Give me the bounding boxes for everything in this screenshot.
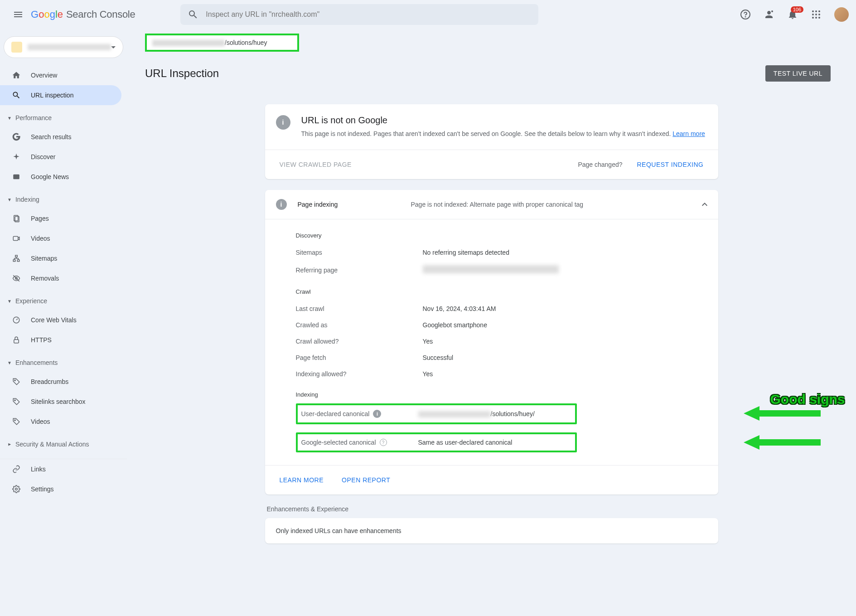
apps-icon [811,9,822,20]
header-actions: 106 [736,5,849,24]
annotation-good-signs: Good signs [770,392,845,407]
svg-point-11 [815,17,817,19]
sitemaps-label: Sitemaps [296,249,423,256]
nav-section-performance[interactable]: ▼Performance [0,109,127,127]
info-icon: i [276,199,287,210]
inspected-url-box: /solutions/huey [145,34,299,52]
indexing-allowed-value: Yes [423,370,433,378]
view-crawled-page-button[interactable]: VIEW CRAWLED PAGE [276,157,355,172]
indexing-allowed-label: Indexing allowed? [296,370,423,378]
property-name-redacted [28,44,111,50]
tag-icon [11,396,22,407]
nav-overview[interactable]: Overview [0,65,121,85]
google-canonical-label: Google-selected canonical? [301,439,418,446]
chevron-down-icon [111,46,116,49]
info-icon[interactable]: i [373,410,381,418]
annotation-arrow [744,433,821,451]
link-icon [11,464,22,475]
nav-label: Sitelinks searchbox [31,398,86,405]
users-button[interactable] [760,5,778,24]
nav-discover[interactable]: Discover [0,147,121,167]
nav-settings[interactable]: Settings [0,479,121,499]
sitemaps-value: No referring sitemaps detected [423,249,509,256]
nav-label: Links [31,466,46,473]
help-icon [740,9,751,20]
nav-label: HTTPS [31,336,52,344]
user-canonical-highlight: User-declared canonicali /solutions/huey… [296,403,577,424]
svg-text:Google: Google [31,9,63,20]
nav-label: Breadcrumbs [31,378,68,385]
nav-videos-enh[interactable]: Videos [0,412,121,432]
crawled-as-label: Crawled as [296,321,423,329]
learn-more-link[interactable]: Learn more [672,130,705,137]
menu-button[interactable] [7,4,29,25]
nav-label: Pages [31,215,49,222]
nav-label: Core Web Vitals [31,316,77,324]
page-indexing-card: i Page indexing Page is not indexed: Alt… [265,190,718,495]
eye-off-icon [11,273,22,284]
gauge-icon [11,315,22,325]
nav-section-security[interactable]: ▼Security & Manual Actions [0,435,127,453]
video-icon [11,233,22,244]
nav-pages[interactable]: Pages [0,209,121,228]
nav-section-indexing[interactable]: ▼Indexing [0,190,127,209]
svg-point-4 [812,10,814,12]
google-logo-icon: Google [31,9,64,20]
avatar[interactable] [834,7,849,22]
logo[interactable]: Google Search Console [31,9,135,20]
property-icon [11,42,22,53]
help-icon[interactable]: ? [380,439,387,446]
annotation-arrow [744,404,821,422]
notifications-button[interactable]: 106 [783,5,802,24]
learn-more-button[interactable]: LEARN MORE [276,473,328,487]
svg-rect-23 [14,340,19,343]
nav-label: Google News [31,173,69,180]
nav-label: Settings [31,485,54,493]
nav-label: Overview [31,72,57,79]
nav-label: Videos [31,418,50,425]
last-crawl-label: Last crawl [296,305,423,312]
test-live-url-button[interactable]: TEST LIVE URL [765,65,831,82]
nav-https[interactable]: HTTPS [0,330,121,350]
request-indexing-button[interactable]: REQUEST INDEXING [634,157,707,172]
nav-url-inspection[interactable]: URL inspection [0,85,121,105]
user-canonical-label: User-declared canonicali [301,410,418,418]
nav-search-results[interactable]: Search results [0,127,121,147]
nav-breadcrumbs[interactable]: Breadcrumbs [0,372,121,392]
hamburger-icon [13,9,24,20]
apps-button[interactable] [807,5,825,24]
google-canonical-value: Same as user-declared canonical [418,439,513,446]
url-suffix: /solutions/huey [225,39,267,46]
sidebar: Overview URL inspection ▼Performance Sea… [0,29,127,562]
svg-point-26 [15,420,15,421]
tag-icon [11,376,22,387]
nav-section-experience[interactable]: ▼Experience [0,292,127,310]
page-indexing-header[interactable]: i Page indexing Page is not indexed: Alt… [265,190,718,219]
svg-point-9 [818,14,820,15]
nav-removals[interactable]: Removals [0,268,121,288]
nav-label: Videos [31,235,50,242]
search-input[interactable] [206,10,531,19]
nav-section-enhancements[interactable]: ▼Enhancements [0,354,127,372]
canonical-redacted [418,411,491,417]
nav-sitemaps[interactable]: Sitemaps [0,248,121,268]
help-button[interactable] [736,5,754,24]
crawl-heading: Crawl [296,288,707,295]
main-content: /solutions/huey URL Inspection TEST LIVE… [127,29,856,562]
search-bar[interactable] [180,4,538,25]
google-canonical-highlight: Google-selected canonical? Same as user-… [296,432,577,452]
crawl-allowed-label: Crawl allowed? [296,338,423,345]
nav-links[interactable]: Links [0,459,121,479]
nav-label: Removals [31,275,59,282]
section-title: Page indexing [298,201,411,208]
info-icon: i [276,115,290,130]
nav-videos[interactable]: Videos [0,228,121,248]
nav-sitelinks-searchbox[interactable]: Sitelinks searchbox [0,392,121,412]
news-icon [11,171,22,182]
property-selector[interactable] [4,36,123,58]
nav-google-news[interactable]: Google News [0,167,121,187]
open-report-button[interactable]: OPEN REPORT [338,473,394,487]
nav-core-web-vitals[interactable]: Core Web Vitals [0,310,121,330]
last-crawl-value: Nov 16, 2024, 4:03:41 AM [423,305,496,312]
search-icon [188,9,198,20]
